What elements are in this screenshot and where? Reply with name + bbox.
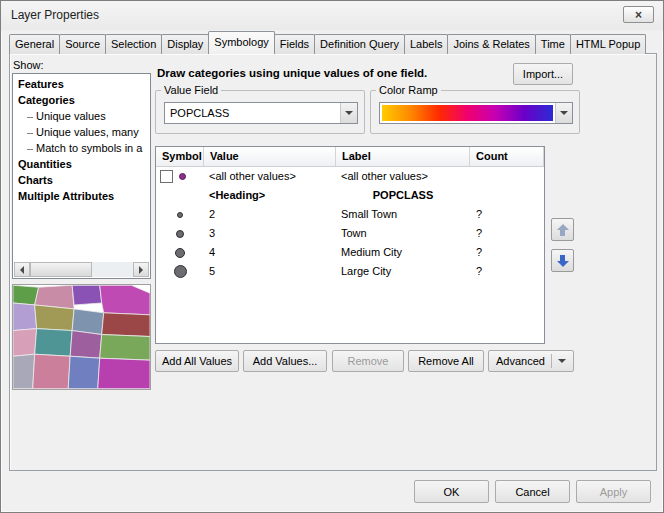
scroll-right-icon [139,266,143,274]
advanced-button[interactable]: Advanced [488,350,574,372]
value-field-combobox[interactable]: POPCLASS [164,102,358,124]
scroll-left-icon [20,266,24,274]
row-count: ? [470,205,544,224]
tab-definition-query[interactable]: Definition Query [314,34,405,54]
show-item-match-symbols[interactable]: Match to symbols in a [13,140,150,156]
row-label: POPCLASS [336,186,470,205]
table-row-heading[interactable]: <Heading> POPCLASS [156,186,544,205]
import-button[interactable]: Import... [513,63,573,85]
tab-selection[interactable]: Selection [105,34,162,54]
color-ramp-combobox[interactable] [379,102,573,124]
listbox-horizontal-scrollbar[interactable] [14,262,149,277]
layer-properties-dialog: Layer Properties × General Source Select… [0,0,664,513]
row-value: 5 [204,262,336,281]
row-label: Large City [336,262,470,281]
row-label: Small Town [336,205,470,224]
row-value: <Heading> [204,186,336,205]
layer-preview-map [12,284,151,390]
arrow-down-icon [557,255,569,267]
arrow-up-icon [557,224,569,236]
graduated-circle-icon[interactable] [174,265,187,278]
tab-symbology[interactable]: Symbology [208,31,274,54]
color-ramp-label: Color Ramp [376,84,441,96]
show-item-categories[interactable]: Categories [13,92,150,108]
remove-all-button[interactable]: Remove All [408,350,484,372]
show-item-unique-values-many[interactable]: Unique values, many [13,124,150,140]
tab-html-popup[interactable]: HTML Popup [570,34,646,54]
cancel-button[interactable]: Cancel [495,480,570,503]
show-listbox: Features Categories Unique values Unique… [12,73,151,279]
tab-source[interactable]: Source [59,34,106,54]
values-table: Symbol Value Label Count <all other valu… [155,146,545,344]
show-item-multiple-attributes[interactable]: Multiple Attributes [13,188,150,204]
show-item-features[interactable]: Features [13,76,150,92]
tab-joins-relates[interactable]: Joins & Relates [447,34,535,54]
tab-strip: General Source Selection Display Symbolo… [9,31,645,54]
table-row[interactable]: 5 Large City ? [156,262,544,281]
tab-general[interactable]: General [9,34,60,54]
header-symbol: Symbol [156,147,204,166]
value-field-label: Value Field [161,84,221,96]
scroll-left-button[interactable] [14,262,30,277]
remove-button: Remove [332,350,404,372]
table-row[interactable]: <all other values> <all other values> [156,167,544,186]
window-title: Layer Properties [11,8,99,22]
graduated-circle-icon[interactable] [177,212,183,218]
color-ramp-preview [382,105,553,121]
all-other-values-checkbox[interactable] [160,170,173,183]
tab-time[interactable]: Time [535,34,571,54]
tab-fields[interactable]: Fields [274,34,315,54]
value-field-group: Value Field POPCLASS [155,84,365,134]
scrollbar-track[interactable] [92,262,133,277]
add-values-button[interactable]: Add Values... [243,350,327,372]
show-item-charts[interactable]: Charts [13,172,150,188]
row-value: 4 [204,243,336,262]
chevron-down-icon [558,359,566,363]
show-label: Show: [13,59,44,71]
show-item-unique-values[interactable]: Unique values [13,108,150,124]
row-label: Town [336,224,470,243]
show-item-quantities[interactable]: Quantities [13,156,150,172]
scrollbar-thumb[interactable] [30,262,92,277]
ok-button[interactable]: OK [414,480,489,503]
map-image [13,285,150,389]
row-label: Medium City [336,243,470,262]
row-value: 2 [204,205,336,224]
add-all-values-button[interactable]: Add All Values [155,350,239,372]
tab-display[interactable]: Display [161,34,209,54]
scroll-right-button[interactable] [133,262,149,277]
advanced-button-label: Advanced [496,355,545,367]
color-ramp-group: Color Ramp [370,84,580,134]
table-header: Symbol Value Label Count [156,147,544,167]
tab-labels[interactable]: Labels [404,34,448,54]
move-down-button[interactable] [551,249,574,272]
title-bar[interactable]: Layer Properties × [1,1,663,30]
point-symbol-icon[interactable] [179,173,186,180]
graduated-circle-icon[interactable] [175,248,185,258]
button-divider [551,354,552,368]
value-field-selected: POPCLASS [165,103,340,123]
graduated-circle-icon[interactable] [176,230,184,238]
chevron-down-icon [555,103,572,123]
row-value: 3 [204,224,336,243]
header-label: Label [336,147,470,166]
apply-button: Apply [576,480,651,503]
table-row[interactable]: 3 Town ? [156,224,544,243]
row-count: ? [470,224,544,243]
row-label: <all other values> [336,167,470,186]
close-icon: × [635,9,642,21]
row-count: ? [470,262,544,281]
move-up-button[interactable] [551,218,574,241]
header-value: Value [204,147,336,166]
panel-description: Draw categories using unique values of o… [157,67,427,79]
row-count: ? [470,243,544,262]
table-row[interactable]: 2 Small Town ? [156,205,544,224]
table-row[interactable]: 4 Medium City ? [156,243,544,262]
chevron-down-icon [340,103,357,123]
symbology-tab-page: Show: Features Categories Unique values … [9,53,657,471]
close-button[interactable]: × [623,6,654,23]
header-count: Count [470,147,544,166]
row-value: <all other values> [204,167,336,186]
